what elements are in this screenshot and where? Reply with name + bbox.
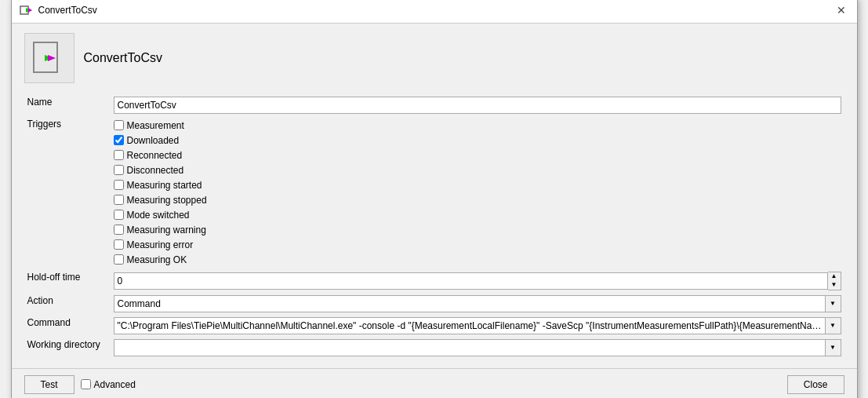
holdoff-input-row: ▲ ▼ xyxy=(114,272,841,290)
trigger-label-4: Measuring started xyxy=(127,180,202,191)
window-icon xyxy=(20,4,32,16)
name-input[interactable] xyxy=(114,97,841,114)
advanced-checkbox[interactable] xyxy=(81,379,91,389)
trigger-checkbox-9[interactable] xyxy=(114,254,124,265)
trigger-label-6: Mode switched xyxy=(127,210,190,221)
workdir-label: Working directory xyxy=(24,337,111,359)
holdoff-input[interactable] xyxy=(114,272,828,290)
name-row: Name xyxy=(24,94,844,116)
header-section: ConvertToCsv xyxy=(24,33,844,83)
trigger-checkbox-2[interactable] xyxy=(114,150,124,160)
workdir-cell: ▼ xyxy=(111,337,844,359)
trigger-checkbox-1[interactable] xyxy=(114,135,124,145)
app-icon-svg xyxy=(31,39,68,77)
advanced-label: Advanced xyxy=(94,379,136,390)
trigger-row: Mode switched xyxy=(114,208,841,222)
workdir-input-row: ▼ xyxy=(114,339,841,356)
footer-left: Test Advanced xyxy=(24,375,136,394)
command-input-row: ▼ xyxy=(114,317,841,334)
title-bar: ConvertToCsv ✕ xyxy=(12,0,857,24)
trigger-label-8: Measuring error xyxy=(127,239,194,250)
window-close-button[interactable]: ✕ xyxy=(833,2,849,18)
trigger-row: Measuring OK xyxy=(114,253,841,267)
trigger-label-9: Measuring OK xyxy=(127,254,187,265)
action-input[interactable] xyxy=(114,295,826,312)
trigger-label-2: Reconnected xyxy=(127,150,183,161)
name-input-cell xyxy=(111,94,844,116)
command-row: Command ▼ xyxy=(24,315,844,337)
trigger-checkbox-8[interactable] xyxy=(114,239,124,250)
action-select-row: ▼ xyxy=(114,295,841,312)
advanced-row: Advanced xyxy=(81,379,136,390)
trigger-checkbox-4[interactable] xyxy=(114,180,124,190)
triggers-label: Triggers xyxy=(24,116,111,269)
workdir-row: Working directory ▼ xyxy=(24,337,844,359)
form-table: Name Triggers MeasurementDownloadedRecon… xyxy=(24,94,844,359)
trigger-checkbox-6[interactable] xyxy=(114,210,124,220)
spin-up-button[interactable]: ▲ xyxy=(828,272,841,281)
footer-section: Test Advanced Close xyxy=(12,368,857,399)
workdir-dropdown-button[interactable]: ▼ xyxy=(826,339,841,356)
app-header-title: ConvertToCsv xyxy=(84,51,162,65)
app-icon xyxy=(24,33,74,83)
trigger-checkbox-3[interactable] xyxy=(114,165,124,175)
trigger-row: Disconnected xyxy=(114,163,841,177)
svg-marker-2 xyxy=(28,8,32,13)
trigger-row: Measuring stopped xyxy=(114,193,841,207)
holdoff-row: Hold-off time ▲ ▼ xyxy=(24,269,844,293)
trigger-row: Measuring started xyxy=(114,178,841,192)
trigger-checkbox-0[interactable] xyxy=(114,120,124,130)
command-cell: ▼ xyxy=(111,315,844,337)
holdoff-cell: ▲ ▼ xyxy=(111,269,844,293)
trigger-checkbox-7[interactable] xyxy=(114,225,124,235)
test-button[interactable]: Test xyxy=(24,375,74,394)
close-dialog-button[interactable]: Close xyxy=(787,375,844,394)
svg-marker-6 xyxy=(48,55,56,61)
action-row: Action ▼ xyxy=(24,293,844,315)
name-label: Name xyxy=(24,94,111,116)
trigger-row: Measuring warning xyxy=(114,223,841,237)
trigger-label-1: Downloaded xyxy=(127,135,180,146)
action-dropdown-button[interactable]: ▼ xyxy=(826,295,841,312)
main-dialog: ConvertToCsv ✕ ConvertToCsv xyxy=(11,0,858,398)
command-input[interactable] xyxy=(114,317,826,334)
trigger-checkbox-5[interactable] xyxy=(114,195,124,205)
title-bar-left: ConvertToCsv xyxy=(20,4,97,16)
action-cell: ▼ xyxy=(111,293,844,315)
trigger-row: Measuring error xyxy=(114,238,841,252)
spin-buttons: ▲ ▼ xyxy=(828,272,841,290)
trigger-label-0: Measurement xyxy=(127,120,184,131)
triggers-cell: MeasurementDownloadedReconnectedDisconne… xyxy=(111,116,844,269)
spin-down-button[interactable]: ▼ xyxy=(828,281,841,290)
command-dropdown-button[interactable]: ▼ xyxy=(826,317,841,334)
trigger-row: Downloaded xyxy=(114,133,841,148)
checkboxes-container: MeasurementDownloadedReconnectedDisconne… xyxy=(114,119,841,267)
trigger-label-3: Disconnected xyxy=(127,165,184,176)
window-title: ConvertToCsv xyxy=(38,5,97,16)
triggers-row: Triggers MeasurementDownloadedReconnecte… xyxy=(24,116,844,269)
trigger-row: Reconnected xyxy=(114,148,841,162)
workdir-input[interactable] xyxy=(114,339,826,356)
trigger-label-7: Measuring warning xyxy=(127,225,206,236)
dialog-content: ConvertToCsv Name Triggers MeasurementDo… xyxy=(12,24,857,368)
command-label: Command xyxy=(24,315,111,337)
trigger-row: Measurement xyxy=(114,119,841,133)
trigger-label-5: Measuring stopped xyxy=(127,195,207,206)
holdoff-label: Hold-off time xyxy=(24,269,111,293)
action-label: Action xyxy=(24,293,111,315)
